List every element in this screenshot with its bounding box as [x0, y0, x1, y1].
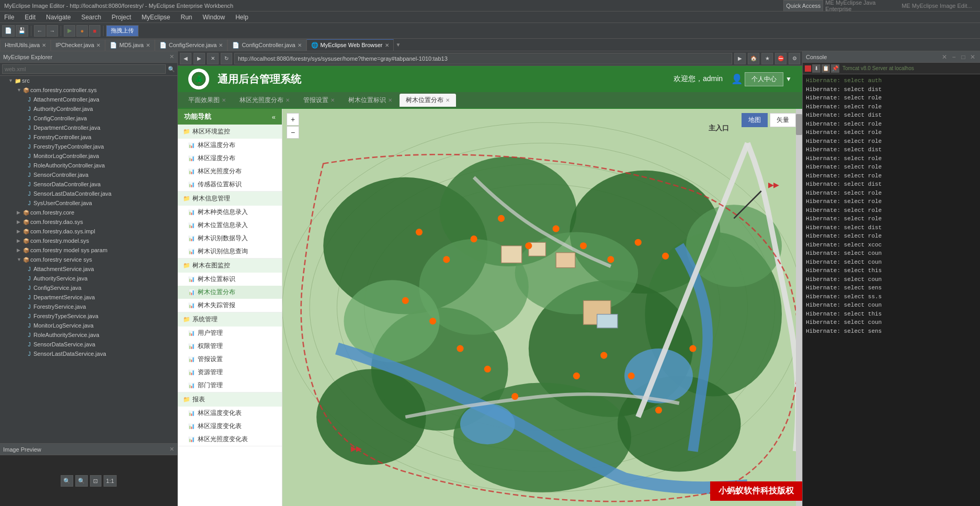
save-btn[interactable]: 💾 [16, 25, 28, 37]
preview-fit[interactable]: ⊡ [90, 475, 101, 487]
nav-section-header-4[interactable]: 📁 报表 [178, 392, 282, 407]
forward-btn[interactable]: → [47, 25, 58, 37]
nav-tab-1-close[interactable]: ✕ [286, 97, 290, 103]
nav-section-header-1[interactable]: 📁 树木信息管理 [178, 192, 282, 206]
zoom-in-btn[interactable]: + [287, 113, 299, 126]
tab-webbrowser[interactable]: 🌐 MyEclipse Web Browser ✕ [306, 39, 394, 51]
browser-back-btn[interactable]: ◀ [180, 53, 191, 64]
nav-item-linqu-temp[interactable]: 📊 林区温度分布 [178, 139, 282, 152]
nav-item-linqu-light[interactable]: 📊 林区光照度分布 [178, 165, 282, 178]
tree-file-roleauth-ctrl[interactable]: J RoleAuthorityController.java [0, 161, 177, 170]
browser-forward-btn[interactable]: ▶ [193, 53, 205, 64]
nav-item-alert-settings[interactable]: 📊 管报设置 [178, 353, 282, 366]
console-maximize-btn[interactable]: □ [959, 53, 967, 61]
map-scrollbar[interactable] [796, 109, 802, 506]
tab-md5[interactable]: 📄 MD5.java ✕ [105, 39, 154, 51]
search-input[interactable] [2, 64, 166, 74]
nav-item-tree-missing[interactable]: 📊 树木失踪管报 [178, 299, 282, 312]
nav-item-tree-loc-entry[interactable]: 📊 树木位置信息录入 [178, 219, 282, 232]
debug-btn[interactable]: ● [76, 25, 88, 37]
tree-pkg-daosys[interactable]: ▶ 📦 com.forestry.dao.sys [0, 217, 177, 227]
back-btn[interactable]: ← [34, 25, 45, 37]
menu-run[interactable]: Run [178, 13, 194, 22]
tree-file-sensorlast-ctrl[interactable]: J SensorLastDataController.java [0, 189, 177, 198]
tree-file-sensordata-svc[interactable]: J SensorDataService.java [0, 340, 177, 349]
run-btn[interactable]: ▶ [64, 25, 75, 37]
preview-actual[interactable]: 1:1 [104, 475, 117, 487]
zoom-out-btn[interactable]: − [287, 126, 299, 139]
nav-item-dept[interactable]: 📊 部门管理 [178, 379, 282, 392]
tree-file-sensor-ctrl[interactable]: J SensorController.java [0, 170, 177, 179]
stop-btn[interactable]: ■ [89, 25, 100, 37]
nav-tab-1[interactable]: 林区光照度分布 ✕ [233, 94, 296, 107]
console-scroll-btn[interactable]: ⬇ [812, 64, 821, 73]
tab-webbrowser-close[interactable]: ✕ [385, 42, 389, 48]
image-preview-close[interactable]: ✕ [169, 446, 174, 453]
menu-project[interactable]: Project [109, 13, 133, 22]
tab-ipchecker-close[interactable]: ✕ [96, 42, 100, 48]
user-center-btn[interactable]: 个人中心 [745, 72, 783, 86]
menu-edit[interactable]: Edit [22, 13, 38, 22]
nav-tab-3-close[interactable]: ✕ [388, 97, 392, 103]
map-btn[interactable]: 地图 [742, 113, 768, 127]
nav-item-auth[interactable]: 📊 权限管理 [178, 340, 282, 353]
browser-settings-btn[interactable]: ⚙ [789, 53, 800, 64]
new-btn[interactable]: 📄 [2, 25, 15, 37]
tree-file-attachment-ctrl[interactable]: J AttachmentController.java [0, 95, 177, 104]
browser-stop-btn[interactable]: ✕ [207, 53, 219, 64]
menu-window[interactable]: Window [201, 13, 227, 22]
left-panel-close-icon[interactable]: ✕ [169, 53, 174, 60]
console-copy-btn[interactable]: 📋 [822, 64, 830, 73]
nav-item-tree-species[interactable]: 📊 树木种类信息录入 [178, 206, 282, 219]
tab-configservice-close[interactable]: ✕ [219, 42, 223, 48]
tree-file-monitorlog-ctrl[interactable]: J MonitorLogController.java [0, 151, 177, 161]
browser-bookmark-btn[interactable]: ★ [761, 53, 773, 64]
console-stop-btn[interactable] [805, 65, 811, 72]
nav-section-header-2[interactable]: 📁 树木在图监控 [178, 258, 282, 273]
nav-item-linqu-humid[interactable]: 📊 林区湿度分布 [178, 152, 282, 165]
nav-tab-0[interactable]: 平面效果图 ✕ [182, 94, 232, 107]
tree-file-sysuser-ctrl[interactable]: J SysUserController.java [0, 198, 177, 208]
tree-file-dept-ctrl[interactable]: J DepartmentController.java [0, 123, 177, 132]
browser-refresh-btn[interactable]: ↻ [221, 53, 232, 64]
nav-item-resources[interactable]: 📊 资源管理 [178, 366, 282, 379]
tree-src[interactable]: ▼ 📁 src [0, 76, 177, 85]
nav-item-sensor-loc[interactable]: 📊 传感器位置标识 [178, 178, 282, 191]
tab-configservice[interactable]: 📄 ConfigService.java ✕ [155, 39, 228, 51]
tree-file-authority-ctrl[interactable]: J AuthorityController.java [0, 104, 177, 114]
preview-zoom-in[interactable]: 🔍 [61, 475, 73, 487]
tree-file-forestrytype-ctrl[interactable]: J ForestryTypeController.java [0, 142, 177, 151]
tree-pkg-servicesys[interactable]: ▼ 📦 com.forestry service sys [0, 255, 177, 264]
console-clear-btn[interactable]: ✕ [940, 53, 949, 61]
tree-pkg-modelsys[interactable]: ▶ 📦 com.forestry.model.sys [0, 236, 177, 245]
nav-section-header-3[interactable]: 📁 系统管理 [178, 312, 282, 327]
tree-file-forestry-svc[interactable]: J ForestryService.java [0, 302, 177, 311]
nav-tab-4-close[interactable]: ✕ [446, 97, 450, 103]
tab-md5-close[interactable]: ✕ [146, 42, 150, 48]
browser-go-btn[interactable]: ▶ [734, 53, 746, 64]
tab-overflow[interactable]: ▼ [396, 42, 401, 48]
quick-access-button[interactable]: Quick Access [783, 0, 823, 12]
tree-file-dept-svc[interactable]: J DepartmentService.java [0, 293, 177, 302]
nav-item-light-chart[interactable]: 📊 林区光照度变化表 [178, 433, 282, 446]
tree-file-sensordata-ctrl[interactable]: J SensorDataController.java [0, 179, 177, 189]
nav-tab-4[interactable]: 树木位置分布 ✕ [400, 94, 456, 107]
nav-tab-2-close[interactable]: ✕ [331, 97, 335, 103]
tab-htmlutils[interactable]: HtmlUtils.java ✕ [0, 39, 51, 51]
nav-tab-3[interactable]: 树木位置标识 ✕ [342, 94, 398, 107]
upload-btn[interactable]: 拖拽上传 [106, 25, 139, 37]
menu-search[interactable]: Search [79, 13, 103, 22]
tree-file-sensorlast-svc[interactable]: J SensorLastDataService.java [0, 349, 177, 358]
menu-navigate[interactable]: Navigate [44, 13, 73, 22]
preview-zoom-out[interactable]: 🔍 [75, 475, 88, 487]
menu-file[interactable]: File [2, 13, 16, 22]
nav-item-users[interactable]: 📊 用户管理 [178, 327, 282, 340]
tab-ipchecker[interactable]: IPChecker.java ✕ [51, 39, 105, 51]
tree-file-forestry-ctrl[interactable]: J ForestryController.java [0, 132, 177, 142]
tree-file-monitorlog-svc[interactable]: J MonitorLogService.java [0, 321, 177, 330]
nav-item-humid-chart[interactable]: 📊 林区湿度变化表 [178, 420, 282, 433]
tree-file-authority-svc[interactable]: J AuthorityService.java [0, 274, 177, 283]
tree-file-roleauth-svc[interactable]: J RoleAuthorityService.java [0, 330, 177, 340]
left-nav-collapse-btn[interactable]: « [272, 113, 276, 121]
tree-file-forestrytype-svc[interactable]: J ForestryTypeService.java [0, 311, 177, 321]
